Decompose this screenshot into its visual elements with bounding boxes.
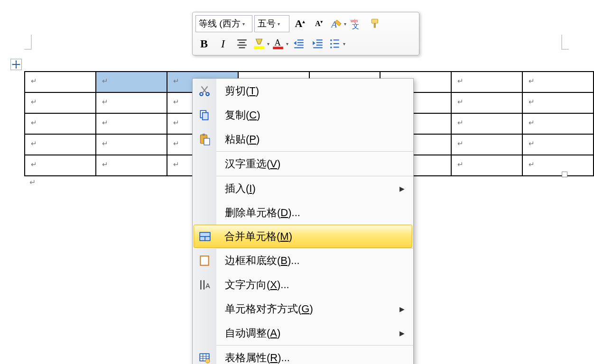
menu-merge-cells[interactable]: 合并单元格(M) [194, 225, 412, 248]
table-props-icon [198, 352, 211, 364]
bullets-icon [329, 37, 341, 50]
shrink-font-button[interactable]: A▾ [310, 16, 327, 32]
menu-borders-shading[interactable]: 边框和底纹(B)... [193, 248, 413, 273]
table-cell[interactable]: ↵ [451, 92, 522, 113]
menu-cut-label: 剪切 [225, 85, 246, 97]
grow-font-button[interactable]: A▴ [291, 16, 308, 32]
menu-cut[interactable]: 剪切(T) [193, 79, 413, 103]
table-cell[interactable]: ↵↵ [522, 72, 594, 92]
increase-indent-button[interactable] [309, 36, 326, 52]
styles-icon: A [330, 18, 342, 30]
svg-text:文: 文 [352, 22, 359, 30]
font-size-select[interactable]: 五号 ▾ [254, 15, 289, 32]
svg-text:A: A [274, 38, 281, 47]
bullets-button[interactable]: ▾ [328, 36, 345, 52]
bold-button[interactable]: B [195, 36, 213, 52]
chevron-down-icon: ▾ [286, 41, 288, 46]
table-cell[interactable]: ↵↵ [522, 134, 594, 155]
table-cell[interactable]: ↵↵ [522, 155, 594, 176]
menu-table-props[interactable]: 表格属性(R)... [193, 346, 413, 364]
pinyin-guide-button[interactable]: wén 文 [348, 16, 365, 32]
menu-delete-cells[interactable]: 删除单元格(D)... [193, 200, 413, 225]
menu-text-direction-label: 文字方向 [225, 279, 267, 291]
table-cell[interactable]: ↵ [25, 155, 96, 176]
chevron-down-icon: ▾ [242, 21, 245, 27]
font-color-button[interactable]: A ▾ [271, 36, 288, 52]
svg-rect-9 [254, 46, 264, 49]
ellipsis: ... [281, 352, 290, 364]
menu-autofit[interactable]: 自动调整(A) ▶ [193, 321, 413, 345]
menu-cell-alignment-key: G [301, 303, 309, 315]
table-cell[interactable]: ↵ [451, 113, 522, 134]
highlight-icon [253, 37, 265, 50]
borders-icon [198, 255, 211, 267]
menu-autofit-key: A [270, 327, 277, 339]
ellipsis: ... [291, 255, 299, 266]
table-cell[interactable]: ↵ [25, 72, 96, 92]
format-painter-button[interactable] [367, 16, 384, 32]
svg-text:A: A [205, 282, 210, 289]
format-painter-icon [370, 18, 382, 30]
submenu-arrow-icon: ▶ [399, 185, 405, 192]
table-cell[interactable]: ↵ [96, 134, 167, 155]
center-align-icon [236, 37, 248, 50]
table-cell[interactable]: ↵ [25, 92, 96, 113]
menu-paste-label: 粘贴 [225, 133, 246, 145]
merge-cells-icon [199, 230, 211, 243]
svg-line-28 [203, 86, 208, 93]
grow-font-icon: A▴ [295, 18, 305, 30]
table-cell[interactable]: ↵ [451, 134, 522, 155]
menu-text-direction[interactable]: A 文字方向(X)... [193, 273, 413, 297]
svg-rect-21 [330, 43, 332, 45]
styles-button[interactable]: A ▾ [329, 16, 346, 32]
menu-text-direction-key: X [270, 279, 277, 291]
submenu-arrow-icon: ▶ [399, 329, 405, 337]
menu-table-props-key: R [270, 352, 278, 364]
table-cell[interactable]: ↵ [451, 72, 522, 92]
table-cell[interactable]: ↵ [96, 92, 167, 113]
table-cell[interactable]: ↵ [96, 155, 167, 176]
menu-copy[interactable]: 复制(C) [193, 103, 413, 127]
menu-reconvert[interactable]: 汉字重选(V) [193, 152, 413, 176]
menu-merge-cells-key: M [280, 230, 288, 242]
svg-rect-33 [203, 134, 205, 136]
font-color-icon: A [272, 37, 284, 50]
menu-insert[interactable]: 插入(I) ▶ [193, 176, 413, 200]
table-cell[interactable]: ↵ [96, 72, 167, 92]
menu-cell-alignment[interactable]: 单元格对齐方式(G) ▶ [193, 297, 413, 321]
ruler-corner-left [24, 35, 32, 50]
center-align-button[interactable] [233, 36, 251, 52]
svg-rect-22 [330, 47, 332, 48]
italic-button[interactable]: I [214, 36, 232, 52]
mini-toolbar: 等线 (西方 ▾ 五号 ▾ A▴ A▾ A ▾ wén 文 [192, 12, 419, 55]
svg-rect-31 [203, 112, 208, 119]
menu-borders-key: B [280, 255, 288, 266]
highlight-button[interactable]: ▾ [252, 36, 269, 52]
menu-merge-cells-label: 合并单元格 [224, 230, 277, 242]
table-resize-handle[interactable] [562, 172, 567, 177]
menu-cell-alignment-label: 单元格对齐方式 [225, 303, 298, 315]
menu-paste[interactable]: 粘贴(P) [193, 127, 413, 151]
table-cell[interactable]: ↵↵ [522, 92, 594, 113]
menu-insert-label: 插入 [225, 182, 246, 194]
decrease-indent-icon [293, 37, 305, 50]
table-cell[interactable]: ↵ [96, 113, 167, 134]
ellipsis: ... [280, 279, 289, 291]
chevron-down-icon: ▾ [267, 41, 269, 46]
font-name-select[interactable]: 等线 (西方 ▾ [195, 15, 252, 32]
table-cell[interactable]: ↵↵ [522, 113, 594, 134]
table-cell[interactable]: ↵ [25, 113, 96, 134]
table-cell[interactable]: ↵ [25, 134, 96, 155]
decrease-indent-button[interactable] [290, 36, 307, 52]
svg-rect-3 [371, 19, 378, 23]
svg-rect-20 [330, 39, 332, 41]
menu-autofit-label: 自动调整 [225, 327, 267, 339]
svg-rect-4 [374, 23, 376, 28]
font-size-value: 五号 [258, 18, 276, 30]
svg-line-29 [202, 86, 207, 93]
menu-reconvert-label: 汉字重选 [225, 158, 267, 170]
paste-icon [198, 133, 211, 146]
menu-paste-key: P [249, 133, 256, 145]
table-move-handle[interactable] [10, 59, 22, 70]
table-cell[interactable]: ↵ [451, 155, 522, 176]
